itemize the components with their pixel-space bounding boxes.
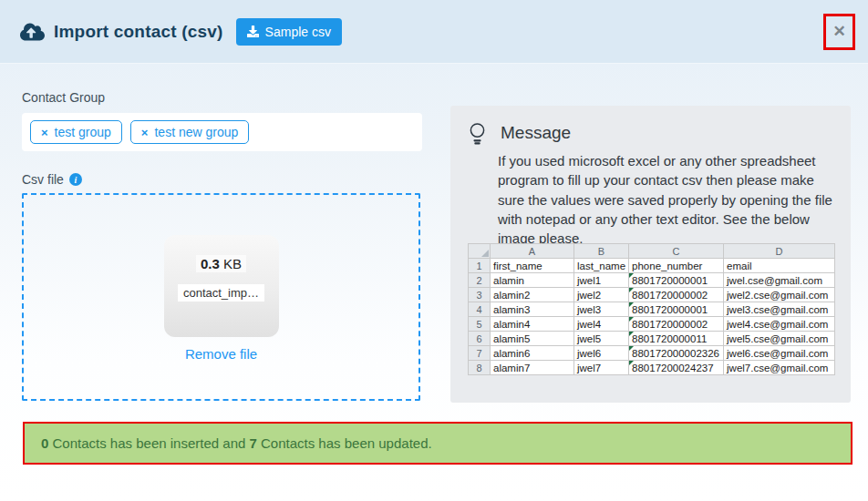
spreadsheet-cell: 880172000002326 [629, 346, 724, 361]
spreadsheet-row: 6alamin5jwel58801720000011jwel5.cse@gmai… [469, 332, 835, 346]
contact-group-label: Contact Group [22, 90, 105, 105]
spreadsheet-row-number: 5 [469, 317, 491, 332]
remove-file-link[interactable]: Remove file [185, 346, 257, 362]
spreadsheet-row-number: 2 [469, 273, 491, 288]
csv-file-label-row: Csv file i [22, 172, 82, 187]
page-title: Import contact (csv) [54, 22, 223, 42]
spreadsheet-corner-cell [469, 244, 491, 259]
spreadsheet-row: 5alamin4jwel48801720000002jwel4.cse@gmai… [469, 317, 835, 332]
spreadsheet-row: 2alaminjwel18801720000001jwel.cse@gmail.… [469, 273, 835, 288]
spreadsheet-cell: jwel.cse@gmail.com [724, 273, 835, 288]
spreadsheet-table: ABCD1first_namelast_namephone_numberemai… [468, 243, 835, 375]
spreadsheet-cell: last_name [574, 259, 629, 273]
spreadsheet-cell: phone_number [629, 259, 724, 273]
spreadsheet-cell: 88017200024237 [629, 361, 724, 375]
spreadsheet-rows: ABCD1first_namelast_namephone_numberemai… [469, 244, 835, 375]
spreadsheet-header-row: ABCD [469, 244, 835, 259]
spreadsheet-column-header: A [491, 244, 574, 259]
uploaded-file-card: 0.3 KB contact_imp… [164, 235, 279, 337]
spreadsheet-cell: 8801720000002 [629, 288, 724, 302]
download-icon [247, 26, 259, 37]
tag-label: test group [55, 125, 111, 139]
spreadsheet-row: 3alamin2jwel28801720000002jwel2.cse@gmai… [469, 288, 835, 302]
csv-file-label: Csv file [22, 172, 64, 187]
tag-label: test new group [154, 125, 238, 139]
spreadsheet-cell: jwel6.cse@gmail.com [724, 346, 835, 361]
message-body: If you used microsoft excel or any other… [450, 146, 851, 248]
spreadsheet-cell: jwel6 [574, 346, 629, 361]
spreadsheet-cell: jwel7 [574, 361, 629, 375]
spreadsheet-row: 7alamin6jwel6880172000002326jwel6.cse@gm… [469, 346, 835, 361]
spreadsheet-cell: alamin5 [491, 332, 574, 346]
close-icon[interactable]: ✕ [832, 24, 845, 39]
alert-text: 0 Contacts has been inserted and 7 Conta… [41, 435, 432, 451]
close-annotation-box: ✕ [823, 14, 855, 50]
csv-dropzone[interactable]: 0.3 KB contact_imp… Remove file [22, 193, 420, 401]
message-title: Message [501, 123, 571, 143]
spreadsheet-cell: jwel5.cse@gmail.com [724, 332, 835, 346]
import-contact-modal: Import contact (csv) Sample csv ✕ Contac… [0, 0, 868, 501]
spreadsheet-column-header: C [629, 244, 724, 259]
spreadsheet-cell: email [724, 259, 835, 273]
remove-tag-icon[interactable]: × [141, 127, 149, 138]
spreadsheet-row-number: 1 [469, 259, 491, 273]
spreadsheet-cell: alamin4 [491, 317, 574, 332]
spreadsheet-cell: 8801720000001 [629, 273, 724, 288]
spreadsheet-cell: jwel3 [574, 302, 629, 317]
file-size: 0.3 KB [196, 255, 246, 272]
sample-csv-button[interactable]: Sample csv [236, 18, 342, 46]
spreadsheet-row-number: 6 [469, 332, 491, 346]
message-panel: Message If you used microsoft excel or a… [450, 106, 851, 403]
spreadsheet-cell: alamin7 [491, 361, 574, 375]
modal-header: Import contact (csv) Sample csv ✕ [0, 0, 868, 64]
spreadsheet-cell: jwel7.cse@gmail.com [724, 361, 835, 375]
spreadsheet-cell: jwel2.cse@gmail.com [724, 288, 835, 302]
spreadsheet-cell: 8801720000002 [629, 317, 724, 332]
sample-csv-label: Sample csv [265, 25, 331, 39]
spreadsheet-column-header: B [574, 244, 629, 259]
remove-tag-icon[interactable]: × [41, 127, 48, 138]
spreadsheet-image: ABCD1first_namelast_namephone_numberemai… [468, 243, 835, 375]
spreadsheet-cell: first_name [491, 259, 574, 273]
spreadsheet-row: 8alamin7jwel788017200024237jwel7.cse@gma… [469, 361, 835, 375]
import-result-alert: 0 Contacts has been inserted and 7 Conta… [23, 422, 852, 465]
message-header: Message [450, 106, 851, 146]
spreadsheet-cell: jwel4.cse@gmail.com [724, 317, 835, 332]
spreadsheet-cell: jwel3.cse@gmail.com [724, 302, 835, 317]
spreadsheet-row-number: 4 [469, 302, 491, 317]
spreadsheet-cell: jwel2 [574, 288, 629, 302]
spreadsheet-cell: alamin [491, 273, 574, 288]
spreadsheet-cell: jwel4 [574, 317, 629, 332]
spreadsheet-cell: alamin2 [491, 288, 574, 302]
spreadsheet-cell: alamin3 [491, 302, 574, 317]
spreadsheet-cell: jwel1 [574, 273, 629, 288]
spreadsheet-cell: 8801720000011 [629, 332, 724, 346]
spreadsheet-cell: 8801720000001 [629, 302, 724, 317]
file-name: contact_imp… [178, 284, 264, 302]
spreadsheet-row-number: 7 [469, 346, 491, 361]
info-icon[interactable]: i [69, 173, 82, 186]
contact-group-tag[interactable]: × test group [30, 120, 122, 144]
spreadsheet-row-number: 3 [469, 288, 491, 302]
spreadsheet-column-header: D [724, 244, 835, 259]
contact-group-tag[interactable]: × test new group [130, 120, 249, 144]
cloud-upload-icon [20, 22, 45, 42]
modal-title-group: Import contact (csv) [20, 22, 223, 42]
lightbulb-icon [468, 122, 487, 146]
spreadsheet-row: 4alamin3jwel38801720000001jwel3.cse@gmai… [469, 302, 835, 317]
spreadsheet-row-number: 8 [469, 361, 491, 375]
spreadsheet-cell: alamin6 [491, 346, 574, 361]
spreadsheet-row: 1first_namelast_namephone_numberemail [469, 259, 835, 273]
spreadsheet-cell: jwel5 [574, 332, 629, 346]
contact-group-select[interactable]: × test group × test new group [22, 113, 422, 151]
